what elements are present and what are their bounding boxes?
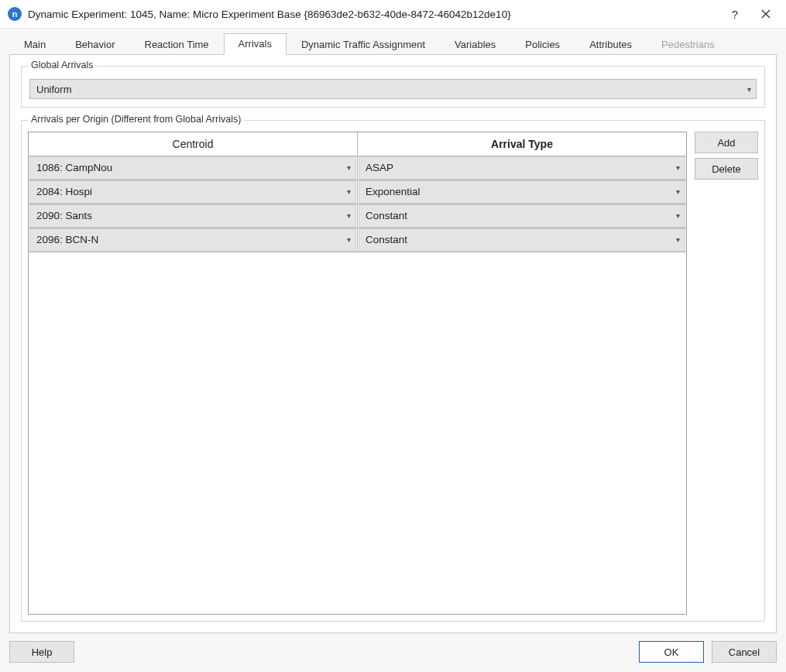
help-button[interactable]: Help bbox=[9, 641, 74, 663]
table-row: 2090: Sants▾Constant▾ bbox=[29, 204, 686, 228]
centroid-cell[interactable]: 1086: CampNou▾ bbox=[29, 156, 356, 180]
global-arrivals-combo[interactable]: Uniform ▾ bbox=[29, 79, 757, 99]
add-button[interactable]: Add bbox=[695, 132, 758, 153]
centroid-cell[interactable]: 2084: Hospi▾ bbox=[29, 180, 356, 204]
table-empty-area bbox=[29, 252, 686, 615]
tab-main[interactable]: Main bbox=[9, 34, 60, 55]
chevron-down-icon: ▾ bbox=[676, 163, 680, 172]
arrival_type-value: Constant bbox=[366, 210, 676, 221]
tab-panel-arrivals: Global Arrivals Uniform ▾ Arrivals per O… bbox=[9, 54, 777, 633]
centroid-value: 2084: Hospi bbox=[36, 186, 347, 197]
group-arrivals-per-origin: Arrivals per Origin (Different from Glob… bbox=[21, 120, 765, 622]
chevron-down-icon: ▾ bbox=[676, 187, 680, 196]
col-centroid[interactable]: Centroid bbox=[29, 132, 358, 156]
centroid-value: 2090: Sants bbox=[36, 210, 347, 221]
help-title-button[interactable]: ? bbox=[719, 3, 750, 25]
centroid-value: 2096: BCN-N bbox=[36, 234, 347, 245]
arrivals-table: Centroid Arrival Type 1086: CampNou▾ASAP… bbox=[29, 132, 686, 252]
arrival_type-value: Constant bbox=[366, 234, 676, 245]
arrivals-table-wrap: Centroid Arrival Type 1086: CampNou▾ASAP… bbox=[28, 132, 687, 615]
tab-reaction-time[interactable]: Reaction Time bbox=[130, 34, 224, 55]
side-buttons: Add Delete bbox=[695, 132, 758, 615]
chevron-down-icon: ▾ bbox=[347, 211, 351, 220]
window-title: Dynamic Experiment: 1045, Name: Micro Ex… bbox=[28, 9, 719, 20]
arrivals-per-origin-legend: Arrivals per Origin (Different from Glob… bbox=[28, 114, 244, 125]
arrival_type-cell[interactable]: Constant▾ bbox=[359, 204, 685, 228]
tab-pedestrians: Pedestrians bbox=[647, 34, 729, 55]
window: n Dynamic Experiment: 1045, Name: Micro … bbox=[0, 0, 786, 672]
delete-button[interactable]: Delete bbox=[695, 158, 758, 180]
table-row: 1086: CampNou▾ASAP▾ bbox=[29, 156, 686, 180]
app-icon: n bbox=[8, 7, 22, 21]
tab-dynamic-traffic-assignment[interactable]: Dynamic Traffic Assignment bbox=[287, 34, 440, 55]
cancel-button[interactable]: Cancel bbox=[712, 641, 777, 663]
arrival_type-value: ASAP bbox=[366, 162, 676, 173]
close-icon[interactable] bbox=[750, 3, 781, 25]
global-arrivals-legend: Global Arrivals bbox=[28, 60, 97, 70]
tab-attributes[interactable]: Attributes bbox=[575, 34, 647, 55]
group-global-arrivals: Global Arrivals Uniform ▾ bbox=[21, 66, 765, 108]
tab-behavior[interactable]: Behavior bbox=[60, 34, 129, 55]
table-row: 2096: BCN-N▾Constant▾ bbox=[29, 228, 686, 252]
chevron-down-icon: ▾ bbox=[347, 235, 351, 244]
origin-row: Centroid Arrival Type 1086: CampNou▾ASAP… bbox=[28, 132, 758, 615]
centroid-cell[interactable]: 2096: BCN-N▾ bbox=[29, 228, 356, 252]
chevron-down-icon: ▾ bbox=[676, 235, 680, 244]
titlebar: n Dynamic Experiment: 1045, Name: Micro … bbox=[0, 0, 786, 29]
col-arrival-type[interactable]: Arrival Type bbox=[358, 132, 687, 156]
chevron-down-icon: ▾ bbox=[676, 211, 680, 220]
chevron-down-icon: ▾ bbox=[347, 163, 351, 172]
button-bar: Help OK Cancel bbox=[0, 633, 786, 672]
ok-button[interactable]: OK bbox=[639, 641, 704, 663]
client-area: MainBehaviorReaction TimeArrivalsDynamic… bbox=[0, 29, 786, 633]
tab-variables[interactable]: Variables bbox=[440, 34, 510, 55]
tab-arrivals[interactable]: Arrivals bbox=[224, 33, 287, 55]
arrival_type-cell[interactable]: Exponential▾ bbox=[359, 180, 685, 204]
arrival_type-cell[interactable]: Constant▾ bbox=[359, 228, 685, 252]
chevron-down-icon: ▾ bbox=[747, 85, 751, 94]
tab-policies[interactable]: Policies bbox=[510, 34, 575, 55]
centroid-value: 1086: CampNou bbox=[36, 162, 347, 173]
tab-strip: MainBehaviorReaction TimeArrivalsDynamic… bbox=[9, 33, 777, 54]
centroid-cell[interactable]: 2090: Sants▾ bbox=[29, 204, 356, 228]
table-row: 2084: Hospi▾Exponential▾ bbox=[29, 180, 686, 204]
arrival_type-cell[interactable]: ASAP▾ bbox=[359, 156, 685, 180]
chevron-down-icon: ▾ bbox=[347, 187, 351, 196]
global-arrivals-value: Uniform bbox=[36, 84, 747, 95]
arrival_type-value: Exponential bbox=[366, 186, 676, 197]
